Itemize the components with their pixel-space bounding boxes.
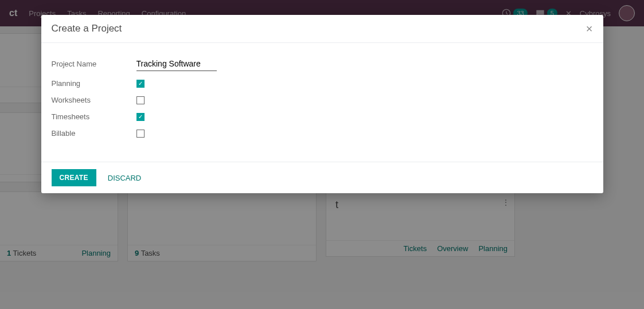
project-name-label: Project Name — [52, 60, 136, 68]
modal-overlay[interactable]: Create a Project × Project Name Planning… — [0, 0, 644, 309]
project-name-input[interactable] — [136, 57, 217, 71]
discard-button[interactable]: DISCARD — [108, 174, 142, 182]
planning-checkbox[interactable]: ✓ — [136, 80, 145, 88]
modal-footer: CREATE DISCARD — [41, 162, 603, 193]
timesheets-checkbox[interactable]: ✓ — [136, 113, 145, 121]
worksheets-checkbox[interactable] — [136, 96, 145, 104]
close-icon[interactable]: × — [586, 23, 593, 34]
worksheets-label: Worksheets — [52, 96, 136, 104]
timesheets-label: Timesheets — [52, 112, 136, 121]
modal-title: Create a Project — [52, 23, 586, 34]
create-project-modal: Create a Project × Project Name Planning… — [41, 15, 603, 193]
planning-label: Planning — [52, 79, 136, 88]
modal-header: Create a Project × — [41, 15, 603, 43]
billable-checkbox[interactable] — [136, 130, 145, 138]
modal-body: Project Name Planning ✓ Worksheets Times… — [41, 43, 603, 162]
billable-label: Billable — [52, 129, 136, 138]
create-button[interactable]: CREATE — [52, 169, 96, 186]
